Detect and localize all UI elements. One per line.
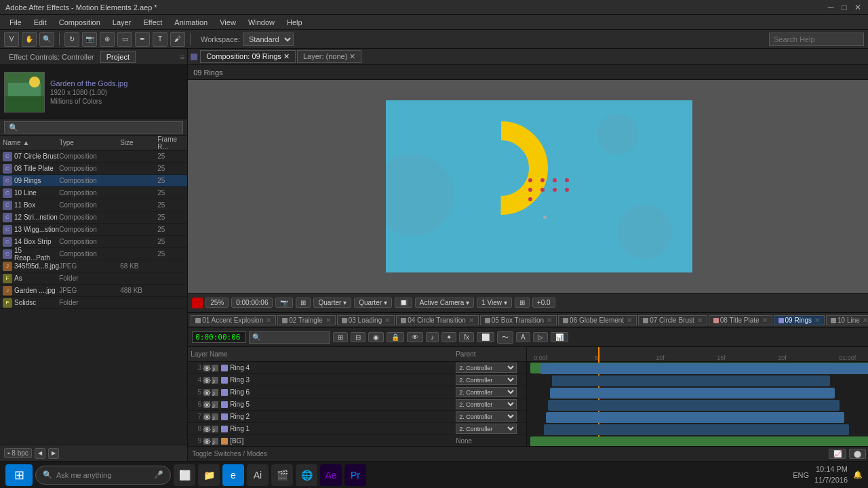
tl-bar-2[interactable]	[550, 388, 835, 399]
reset-btn[interactable]	[192, 298, 203, 308]
menu-item-help[interactable]: Help	[281, 17, 308, 28]
tool-text[interactable]: T	[153, 32, 167, 47]
timecode-btn[interactable]: 0:00:00:06	[231, 298, 273, 308]
tl-timecode[interactable]: 0:00:00:06	[192, 331, 246, 343]
snapshot-btn[interactable]: 📷	[275, 298, 293, 308]
tl-tab-4[interactable]: 05 Box Transition ✕	[480, 315, 557, 325]
tl-layer-4[interactable]: 7 👁 ♪ Ring 2 2. Controller	[188, 411, 526, 423]
tl-close-4[interactable]: ✕	[547, 317, 552, 324]
tl-chart-btn[interactable]: 📊	[551, 332, 568, 342]
tool-zoom[interactable]: 🔍	[39, 32, 54, 47]
panel-menu-icon[interactable]: ≡	[180, 53, 184, 61]
maximize-icon[interactable]: □	[840, 3, 849, 12]
tl-bar-3[interactable]	[548, 400, 840, 411]
media-btn[interactable]: 🎬	[271, 464, 293, 486]
project-item-3[interactable]: C 10 Line Composition 25	[0, 187, 187, 199]
project-item-6[interactable]: C 13 Wigg...stion Composition 25	[0, 224, 187, 236]
view-btn[interactable]: Quarter ▾	[354, 298, 392, 308]
grid-btn[interactable]: ⊞	[296, 298, 311, 308]
layer-audio-1[interactable]: ♪	[212, 377, 218, 384]
next-btn[interactable]: ▶	[48, 448, 59, 459]
tab-layer[interactable]: Layer: (none) ✕	[297, 50, 361, 63]
task-view-btn[interactable]: ⬜	[174, 464, 195, 486]
tl-layer-0[interactable]: 3 👁 ♪ Ring 4 2. Controller	[188, 362, 526, 374]
camera-btn[interactable]: Active Camera ▾	[415, 298, 474, 308]
project-item-4[interactable]: C 11 Box Composition 25	[0, 199, 187, 211]
project-search-input[interactable]	[4, 121, 183, 134]
tl-tab-9[interactable]: 10 Line ✕	[826, 315, 868, 325]
tool-brush[interactable]: 🖌	[170, 32, 185, 47]
tool-camera[interactable]: 📷	[82, 32, 97, 47]
tl-close-6[interactable]: ✕	[697, 317, 703, 324]
tl-search[interactable]	[249, 331, 330, 344]
tab-project[interactable]: Project	[100, 51, 136, 63]
tl-layer-2[interactable]: 5 👁 ♪ Ring 6 2. Controller	[188, 386, 526, 399]
tl-quality-btn[interactable]: ✦	[441, 332, 456, 342]
tl-keyframe-area[interactable]: 0:00f 5f 10f 15f 20f 01:00f	[527, 347, 868, 446]
zoom-btn[interactable]: 25%	[205, 298, 229, 308]
tl-more-btn[interactable]: ▷	[533, 332, 548, 342]
project-item-5[interactable]: C 12 Stri...nstion Composition 25	[0, 211, 187, 224]
tl-close-9[interactable]: ✕	[863, 317, 868, 324]
project-item-0[interactable]: C 07 Circle Brust Composition 25	[0, 150, 187, 163]
menu-item-animation[interactable]: Animation	[169, 17, 213, 28]
layer-audio-6[interactable]: ♪	[212, 438, 218, 445]
tl-layer-1[interactable]: 4 👁 ♪ Ring 3 2. Controller	[188, 374, 526, 386]
tool-anchor[interactable]: ⊕	[100, 32, 115, 47]
taskbar-search[interactable]: 🔍 Ask me anything 🎤	[35, 466, 171, 485]
layer-audio-5[interactable]: ♪	[212, 426, 218, 432]
tl-lock-btn[interactable]: 🔒	[387, 332, 404, 342]
tl-tab-8[interactable]: 09 Rings ✕	[774, 315, 825, 325]
tl-graph-btn[interactable]: 📈	[829, 449, 846, 459]
tl-bar-1[interactable]	[552, 375, 830, 386]
layer-vis-6[interactable]: 👁	[203, 438, 210, 445]
project-item-8[interactable]: C 15 Reap...Path Composition 25	[0, 248, 187, 260]
menu-item-composition[interactable]: Composition	[54, 17, 106, 28]
channel-btn[interactable]: 🔲	[395, 298, 412, 308]
layer-audio-2[interactable]: ♪	[212, 389, 218, 396]
tl-close-3[interactable]: ✕	[469, 317, 474, 324]
tool-hand[interactable]: ✋	[22, 32, 37, 47]
tl-layer-5[interactable]: 8 👁 ♪ Ring 1 2. Controller	[188, 423, 526, 435]
menu-item-effect[interactable]: Effect	[138, 17, 167, 28]
ae-btn[interactable]: Ae	[320, 464, 342, 486]
notification-icon[interactable]: 🔔	[853, 470, 863, 479]
workspace-select[interactable]: Standard	[243, 33, 294, 46]
tl-close-8[interactable]: ✕	[814, 317, 820, 324]
extras-btn[interactable]: +0.0	[532, 298, 555, 308]
tool-selection[interactable]: V	[4, 32, 19, 47]
project-item-10[interactable]: F As Folder	[0, 272, 187, 285]
tl-close-1[interactable]: ✕	[326, 317, 331, 324]
file-explorer-btn[interactable]: 📁	[198, 464, 220, 486]
tl-frames-btn[interactable]: ⬜	[477, 332, 494, 342]
project-item-2[interactable]: C 09 Rings Composition 25	[0, 175, 187, 187]
tl-effects-btn[interactable]: fx	[459, 332, 474, 342]
project-item-9[interactable]: J 345f95d...8.jpg JPEG 68 KB	[0, 260, 187, 272]
tool-shape[interactable]: ▭	[117, 32, 132, 47]
tl-tab-3[interactable]: 04 Circle Transition ✕	[396, 315, 479, 325]
tl-layer-6[interactable]: 9 👁 ♪ [BG] None	[188, 435, 526, 446]
3d-btn[interactable]: ⊞	[515, 298, 530, 308]
tab-composition[interactable]: Composition: 09 Rings ✕	[200, 50, 296, 63]
prev-btn[interactable]: ◀	[35, 448, 45, 459]
tl-props-btn[interactable]: ⊟	[351, 332, 366, 342]
tl-solo-btn[interactable]: ◉	[368, 332, 384, 342]
tl-bar-6[interactable]	[530, 436, 868, 446]
menu-item-file[interactable]: File	[4, 17, 27, 28]
layer-audio-4[interactable]: ♪	[212, 413, 218, 420]
tool-rotate[interactable]: ↻	[64, 32, 79, 47]
premiere-btn[interactable]: Pr	[344, 464, 366, 486]
layer-audio-3[interactable]: ♪	[212, 401, 218, 408]
chrome-btn[interactable]: 🌐	[296, 464, 317, 486]
tl-close-7[interactable]: ✕	[762, 317, 768, 324]
project-item-1[interactable]: C 08 Title Plate Composition 25	[0, 163, 187, 175]
layer-vis-1[interactable]: 👁	[203, 377, 210, 384]
tl-adj-btn[interactable]: A	[516, 332, 530, 342]
tl-bar-5[interactable]	[544, 424, 849, 435]
tl-close-2[interactable]: ✕	[384, 317, 390, 324]
tl-bar-0[interactable]	[540, 363, 868, 374]
tl-close-5[interactable]: ✕	[627, 317, 632, 324]
tl-tab-5[interactable]: 06 Globe Element ✕	[558, 315, 637, 325]
view-count-btn[interactable]: 1 View ▾	[477, 298, 512, 308]
minimize-icon[interactable]: ─	[826, 3, 835, 12]
